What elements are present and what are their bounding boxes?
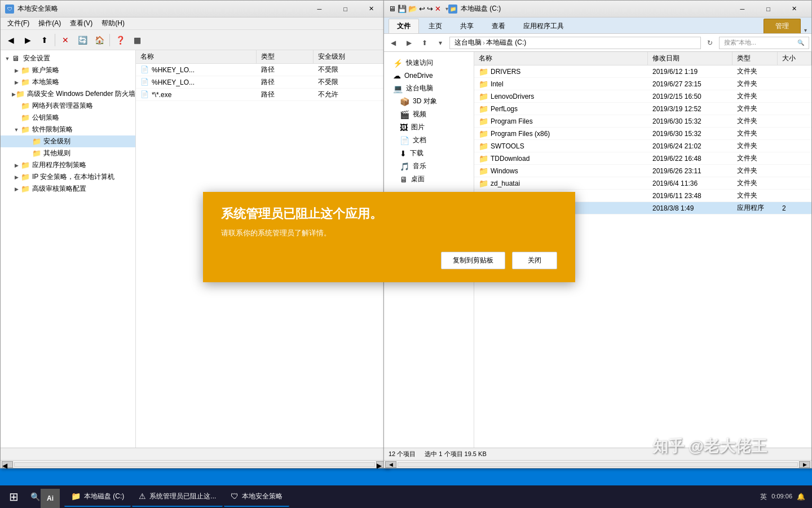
toolbar-stop-btn[interactable]: ✕ <box>58 32 73 48</box>
scroll-left-btn[interactable]: ◀ <box>2 461 13 468</box>
search-box[interactable]: 搜索"本地... 🔍 <box>719 37 809 49</box>
toolbar-extra-btn[interactable]: ▦ <box>129 32 145 48</box>
nav-this-pc[interactable]: 💻 这台电脑 <box>384 82 474 95</box>
taskbar-time[interactable]: 0:09:06 <box>771 492 792 501</box>
file-row-2[interactable]: 📁 LenovoDrivers 2019/2/15 16:50 文件夹 <box>474 90 811 103</box>
left-minimize-btn[interactable]: ─ <box>307 1 332 17</box>
col-header-type[interactable]: 类型 <box>257 50 314 63</box>
tab-share[interactable]: 共享 <box>452 19 482 33</box>
nav-quick-access[interactable]: ⚡ 快速访问 <box>384 56 474 69</box>
taskbar-lang[interactable]: 英 <box>760 492 767 502</box>
fcol-name[interactable]: 名称 <box>474 52 648 65</box>
nav-recent-btn[interactable]: ▾ <box>434 36 447 50</box>
nav-forward-btn[interactable]: ▶ <box>402 36 416 50</box>
file-cell-size-3 <box>778 103 811 115</box>
right-maximize-btn[interactable]: □ <box>756 1 781 17</box>
nav-documents[interactable]: 📄 文档 <box>384 134 474 147</box>
right-scroll-left[interactable]: ◀ <box>385 461 396 468</box>
tree-item-1[interactable]: ▶ 📁 账户策略 <box>1 64 135 76</box>
scroll-track[interactable] <box>14 462 375 467</box>
tree-item-4[interactable]: 📁 网络列表管理器策略 <box>1 100 135 112</box>
taskbar-item-explorer[interactable]: 📁 本地磁盘 (C:) <box>64 487 131 507</box>
list-row-0[interactable]: 📄 %HKEY_LO... 路径 不受限 <box>136 64 389 76</box>
nav-back-btn[interactable]: ◀ <box>386 36 400 50</box>
file-row-7[interactable]: 📁 TDDownload 2019/6/22 16:48 文件夹 <box>474 152 811 165</box>
expand-icon-7 <box>23 137 32 146</box>
file-row-0[interactable]: 📁 DRIVERS 2019/6/12 1:19 文件夹 <box>474 65 811 78</box>
tab-view[interactable]: 查看 <box>483 19 514 33</box>
close-dialog-btn[interactable]: 关闭 <box>512 252 557 269</box>
file-cell-type-4: 文件夹 <box>732 115 778 127</box>
file-row-3[interactable]: 📁 PerfLogs 2019/3/19 12:52 文件夹 <box>474 103 811 115</box>
nav-refresh-btn[interactable]: ↻ <box>703 36 717 50</box>
toolbar-home-btn[interactable]: 🏠 <box>91 32 107 48</box>
tree-item-7[interactable]: 📁 安全级别 <box>1 135 135 147</box>
nav-up-btn[interactable]: ⬆ <box>418 36 431 50</box>
menu-help[interactable]: 帮助(H) <box>97 17 129 29</box>
toolbar-forward-btn[interactable]: ▶ <box>20 32 36 48</box>
right-title-icon: 📁 <box>448 5 457 14</box>
tab-file[interactable]: 文件 <box>389 19 419 33</box>
menu-action[interactable]: 操作(A) <box>34 17 65 29</box>
file-row-6[interactable]: 📁 SWTOOLS 2019/6/24 21:02 文件夹 <box>474 140 811 152</box>
toolbar-back-btn[interactable]: ◀ <box>3 32 19 48</box>
tree-item-5[interactable]: 📁 公钥策略 <box>1 112 135 124</box>
nav-pictures[interactable]: 🖼 图片 <box>384 121 474 134</box>
right-scroll-right[interactable]: ▶ <box>799 461 810 468</box>
taskbar-item-policy[interactable]: 🛡 本地安全策略 <box>224 487 289 507</box>
fcol-size[interactable]: 大小 <box>778 52 811 65</box>
menu-view[interactable]: 查看(V) <box>65 17 97 29</box>
toolbar-help-btn[interactable]: ❓ <box>112 32 128 48</box>
nav-videos[interactable]: 🎬 视频 <box>384 108 474 121</box>
left-close-btn[interactable]: ✕ <box>359 1 384 17</box>
tree-item-9[interactable]: ▶ 📁 应用程序控制策略 <box>1 159 135 171</box>
tree-item-11[interactable]: ▶ 📁 高级审核策略配置 <box>1 183 135 195</box>
list-row-2[interactable]: 📄 *\*.exe 路径 不允许 <box>136 89 389 101</box>
tab-home[interactable]: 主页 <box>420 19 451 33</box>
right-scroll-track[interactable] <box>398 462 798 467</box>
col-header-security[interactable]: 安全级别 <box>314 50 389 63</box>
left-title-text: 本地安全策略 <box>17 4 307 14</box>
taskbar-item-dialog[interactable]: ⚠ 系统管理员已阻止这... <box>132 487 223 507</box>
expand-icon-4 <box>12 102 21 111</box>
tree-item-6[interactable]: ▼ 📁 软件限制策略 <box>1 124 135 135</box>
taskbar-notification-icon[interactable]: 🔔 <box>797 493 805 501</box>
nav-onedrive[interactable]: ☁ OneDrive <box>384 69 474 82</box>
right-minimize-btn[interactable]: ─ <box>730 1 755 17</box>
documents-icon: 📄 <box>400 136 409 145</box>
nav-desktop[interactable]: 🖥 桌面 <box>384 173 474 186</box>
file-row-4[interactable]: 📁 Program Files 2019/6/30 15:32 文件夹 <box>474 115 811 128</box>
list-row-1[interactable]: 📄 %HKEY_LO... 路径 不受限 <box>136 76 389 89</box>
address-path[interactable]: 这台电脑 › 本地磁盘 (C:) <box>449 37 701 49</box>
tree-item-3[interactable]: ▶ 📁 高级安全 Windows Defender 防火墙 <box>1 88 135 100</box>
nav-downloads[interactable]: ⬇ 下载 <box>384 147 474 160</box>
nav-music[interactable]: 🎵 音乐 <box>384 160 474 173</box>
tree-item-8[interactable]: 📁 其他规则 <box>1 147 135 159</box>
tree-item-0[interactable]: ▼ 🖥 安全设置 <box>1 52 135 64</box>
toolbar-refresh-btn[interactable]: 🔄 <box>74 32 90 48</box>
file-row-9[interactable]: 📁 zd_huatai 2019/6/4 11:36 文件夹 <box>474 177 811 190</box>
left-maximize-btn[interactable]: □ <box>333 1 358 17</box>
file-row-5[interactable]: 📁 Program Files (x86) 2019/6/30 15:32 文件… <box>474 128 811 140</box>
left-hscrollbar[interactable]: ◀ ▶ <box>1 460 389 468</box>
fcol-date[interactable]: 修改日期 <box>648 52 732 65</box>
right-hscrollbar[interactable]: ◀ ▶ <box>384 460 811 468</box>
fcol-type[interactable]: 类型 <box>732 52 778 65</box>
copy-to-clipboard-btn[interactable]: 复制到剪贴板 <box>441 252 505 269</box>
file-row-8[interactable]: 📁 Windows 2019/6/26 23:11 文件夹 <box>474 165 811 177</box>
tree-item-2[interactable]: ▶ 📁 本地策略 <box>1 76 135 88</box>
right-close-btn[interactable]: ✕ <box>782 1 807 17</box>
taskbar-right: 英 0:09:06 🔔 <box>760 492 810 502</box>
col-header-name[interactable]: 名称 <box>136 50 257 63</box>
tree-item-10[interactable]: ▶ 📁 IP 安全策略，在本地计算机 <box>1 171 135 183</box>
menu-file[interactable]: 文件(F) <box>3 17 34 29</box>
start-button[interactable]: ⊞ <box>2 487 25 507</box>
file-row-1[interactable]: 📁 Intel 2019/6/27 23:15 文件夹 <box>474 78 811 90</box>
tab-app-tools[interactable]: 应用程序工具 <box>515 19 572 33</box>
ribbon-expand-btn[interactable]: ▾ <box>804 27 807 33</box>
nav-3d-objects[interactable]: 📦 3D 对象 <box>384 95 474 108</box>
toolbar-up-btn[interactable]: ⬆ <box>37 32 52 48</box>
taskbar-policy-icon: 🛡 <box>231 492 239 501</box>
tab-manager[interactable]: 管理 <box>764 19 801 33</box>
path-sep: › <box>483 39 485 47</box>
